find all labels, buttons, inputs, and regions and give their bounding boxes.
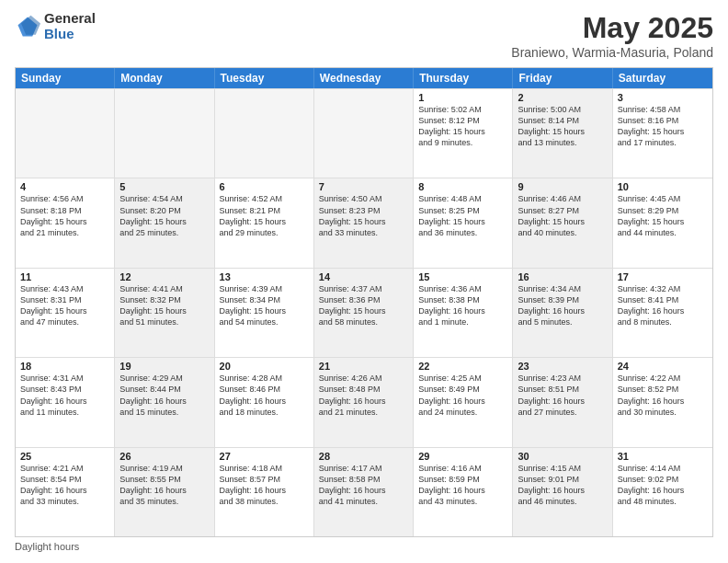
day-info: Sunrise: 4:31 AM Sunset: 8:43 PM Dayligh… [20,373,109,418]
day-info: Sunrise: 4:19 AM Sunset: 8:55 PM Dayligh… [119,463,209,508]
calendar-cell: 12Sunrise: 4:41 AM Sunset: 8:32 PM Dayli… [115,269,214,357]
weekday-header-wednesday: Wednesday [314,68,414,88]
calendar-week-4: 18Sunrise: 4:31 AM Sunset: 8:43 PM Dayli… [16,357,712,446]
weekday-header-saturday: Saturday [613,68,712,88]
day-number: 30 [518,451,607,462]
day-number: 28 [319,451,408,462]
day-number: 11 [20,271,109,282]
calendar-cell: 7Sunrise: 4:50 AM Sunset: 8:23 PM Daylig… [314,178,414,267]
calendar-cell [215,89,314,178]
day-info: Sunrise: 4:45 AM Sunset: 8:29 PM Dayligh… [618,193,708,238]
weekday-header-monday: Monday [115,68,214,88]
calendar-cell: 27Sunrise: 4:18 AM Sunset: 8:57 PM Dayli… [215,448,314,536]
calendar-cell: 31Sunrise: 4:14 AM Sunset: 9:02 PM Dayli… [613,448,712,536]
day-number: 16 [518,271,607,282]
calendar-body: 1Sunrise: 5:02 AM Sunset: 8:12 PM Daylig… [16,88,712,536]
day-info: Sunrise: 4:58 AM Sunset: 8:16 PM Dayligh… [618,104,708,149]
day-number: 5 [119,181,209,192]
day-number: 9 [518,181,607,192]
calendar: SundayMondayTuesdayWednesdayThursdayFrid… [15,67,713,537]
day-info: Sunrise: 4:16 AM Sunset: 8:59 PM Dayligh… [418,463,507,508]
calendar-cell: 9Sunrise: 4:46 AM Sunset: 8:27 PM Daylig… [513,178,612,267]
calendar-cell: 16Sunrise: 4:34 AM Sunset: 8:39 PM Dayli… [513,269,612,357]
day-number: 22 [418,361,507,372]
day-info: Sunrise: 4:39 AM Sunset: 8:34 PM Dayligh… [220,283,309,328]
day-info: Sunrise: 4:15 AM Sunset: 9:01 PM Dayligh… [518,463,607,508]
calendar-cell: 29Sunrise: 4:16 AM Sunset: 8:59 PM Dayli… [414,448,513,536]
day-info: Sunrise: 4:17 AM Sunset: 8:58 PM Dayligh… [319,463,408,508]
day-number: 25 [20,451,109,462]
day-number: 31 [618,451,708,462]
calendar-cell: 18Sunrise: 4:31 AM Sunset: 8:43 PM Dayli… [16,358,115,446]
day-info: Sunrise: 4:14 AM Sunset: 9:02 PM Dayligh… [618,463,708,508]
day-info: Sunrise: 4:50 AM Sunset: 8:23 PM Dayligh… [319,193,408,238]
calendar-week-1: 1Sunrise: 5:02 AM Sunset: 8:12 PM Daylig… [16,88,712,178]
day-number: 17 [618,271,708,282]
calendar-week-2: 4Sunrise: 4:56 AM Sunset: 8:18 PM Daylig… [16,178,712,267]
day-info: Sunrise: 4:43 AM Sunset: 8:31 PM Dayligh… [20,283,109,328]
calendar-cell: 3Sunrise: 4:58 AM Sunset: 8:16 PM Daylig… [613,89,712,178]
day-info: Sunrise: 4:23 AM Sunset: 8:51 PM Dayligh… [518,373,607,418]
calendar-cell: 10Sunrise: 4:45 AM Sunset: 8:29 PM Dayli… [613,178,712,267]
logo-text: General Blue [44,11,96,41]
location-subtitle: Braniewo, Warmia-Masuria, Poland [511,45,713,60]
day-number: 19 [119,361,209,372]
logo-icon [15,14,40,40]
day-number: 26 [119,451,209,462]
calendar-cell: 13Sunrise: 4:39 AM Sunset: 8:34 PM Dayli… [215,269,314,357]
day-number: 14 [319,271,408,282]
calendar-cell [115,89,214,178]
calendar-cell: 17Sunrise: 4:32 AM Sunset: 8:41 PM Dayli… [613,269,712,357]
logo-blue-text: Blue [44,27,96,42]
day-info: Sunrise: 4:29 AM Sunset: 8:44 PM Dayligh… [119,373,209,418]
calendar-cell: 1Sunrise: 5:02 AM Sunset: 8:12 PM Daylig… [414,89,513,178]
calendar-cell: 30Sunrise: 4:15 AM Sunset: 9:01 PM Dayli… [513,448,612,536]
calendar-cell: 23Sunrise: 4:23 AM Sunset: 8:51 PM Dayli… [513,358,612,446]
day-number: 12 [119,271,209,282]
day-info: Sunrise: 4:25 AM Sunset: 8:49 PM Dayligh… [418,373,507,418]
calendar-cell: 8Sunrise: 4:48 AM Sunset: 8:25 PM Daylig… [414,178,513,267]
page: General Blue May 2025 Braniewo, Warmia-M… [0,0,728,563]
day-number: 1 [418,92,507,103]
calendar-cell: 28Sunrise: 4:17 AM Sunset: 8:58 PM Dayli… [314,448,414,536]
day-info: Sunrise: 4:34 AM Sunset: 8:39 PM Dayligh… [518,283,607,328]
calendar-cell [16,89,115,178]
calendar-cell: 24Sunrise: 4:22 AM Sunset: 8:52 PM Dayli… [613,358,712,446]
calendar-cell: 11Sunrise: 4:43 AM Sunset: 8:31 PM Dayli… [16,269,115,357]
weekday-header-tuesday: Tuesday [215,68,314,88]
header: General Blue May 2025 Braniewo, Warmia-M… [15,11,713,60]
day-number: 18 [20,361,109,372]
calendar-cell: 4Sunrise: 4:56 AM Sunset: 8:18 PM Daylig… [16,178,115,267]
day-info: Sunrise: 4:54 AM Sunset: 8:20 PM Dayligh… [119,193,209,238]
day-info: Sunrise: 5:02 AM Sunset: 8:12 PM Dayligh… [418,104,507,149]
calendar-cell: 14Sunrise: 4:37 AM Sunset: 8:36 PM Dayli… [314,269,414,357]
day-info: Sunrise: 4:26 AM Sunset: 8:48 PM Dayligh… [319,373,408,418]
day-info: Sunrise: 4:37 AM Sunset: 8:36 PM Dayligh… [319,283,408,328]
calendar-cell: 21Sunrise: 4:26 AM Sunset: 8:48 PM Dayli… [314,358,414,446]
day-number: 3 [618,92,708,103]
calendar-cell: 15Sunrise: 4:36 AM Sunset: 8:38 PM Dayli… [414,269,513,357]
day-number: 4 [20,181,109,192]
day-info: Sunrise: 5:00 AM Sunset: 8:14 PM Dayligh… [518,104,607,149]
day-number: 27 [220,451,309,462]
day-number: 23 [518,361,607,372]
day-number: 21 [319,361,408,372]
calendar-cell: 5Sunrise: 4:54 AM Sunset: 8:20 PM Daylig… [115,178,214,267]
title-section: May 2025 Braniewo, Warmia-Masuria, Polan… [511,11,713,60]
day-info: Sunrise: 4:18 AM Sunset: 8:57 PM Dayligh… [220,463,309,508]
day-info: Sunrise: 4:41 AM Sunset: 8:32 PM Dayligh… [119,283,209,328]
day-number: 8 [418,181,507,192]
calendar-cell [314,89,414,178]
calendar-cell: 2Sunrise: 5:00 AM Sunset: 8:14 PM Daylig… [513,89,612,178]
day-number: 10 [618,181,708,192]
calendar-cell: 25Sunrise: 4:21 AM Sunset: 8:54 PM Dayli… [16,448,115,536]
calendar-cell: 26Sunrise: 4:19 AM Sunset: 8:55 PM Dayli… [115,448,214,536]
day-number: 6 [220,181,309,192]
calendar-cell: 20Sunrise: 4:28 AM Sunset: 8:46 PM Dayli… [215,358,314,446]
day-info: Sunrise: 4:21 AM Sunset: 8:54 PM Dayligh… [20,463,109,508]
day-number: 24 [618,361,708,372]
day-info: Sunrise: 4:22 AM Sunset: 8:52 PM Dayligh… [618,373,708,418]
day-info: Sunrise: 4:48 AM Sunset: 8:25 PM Dayligh… [418,193,507,238]
day-info: Sunrise: 4:56 AM Sunset: 8:18 PM Dayligh… [20,193,109,238]
footer: Daylight hours [15,541,713,552]
